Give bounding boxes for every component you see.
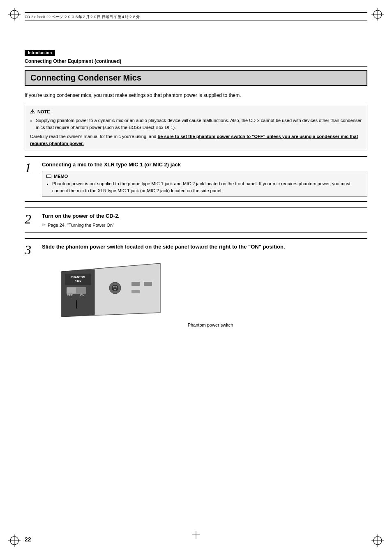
nav-subtitle: Connecting Other Equipment (continued) bbox=[25, 58, 367, 64]
step-2-number: 2 bbox=[25, 212, 36, 226]
svg-text:+48V: +48V bbox=[75, 279, 82, 282]
page-number: 22 bbox=[25, 536, 31, 543]
memo-label: MEMO bbox=[54, 174, 68, 179]
step-1-content: Connecting a mic to the XLR type MIC 1 (… bbox=[42, 161, 367, 197]
memo-box: MEMO Phantom power is not supplied to th… bbox=[42, 171, 367, 197]
header-meta: CD-2.e.book 22 ページ ２００５年２月２０日 日曜日 午後４時２８… bbox=[25, 14, 367, 21]
svg-point-24 bbox=[115, 286, 117, 288]
step-3-number: 3 bbox=[25, 243, 36, 256]
memo-body: Phantom power is not supplied to the pho… bbox=[46, 180, 363, 194]
svg-text:ON: ON bbox=[80, 294, 85, 297]
note-body: Supplying phantom power to a dynamic mic… bbox=[30, 117, 362, 147]
device-illustration: PHANTOM +48V OFF ON bbox=[53, 255, 168, 321]
svg-rect-27 bbox=[144, 282, 152, 286]
step-3-block: 3 Slide the phantom power switch located… bbox=[25, 238, 367, 327]
memo-rect-icon bbox=[46, 175, 51, 178]
svg-rect-28 bbox=[131, 290, 140, 293]
note-extra: Carefully read the owner's manual for th… bbox=[30, 133, 362, 147]
corner-mark-tl bbox=[8, 8, 21, 21]
nav-tab-area: Introduction Connecting Other Equipment … bbox=[25, 49, 367, 67]
memo-header: MEMO bbox=[46, 174, 363, 179]
nav-divider bbox=[25, 66, 367, 67]
step-3-content: Slide the phantom power switch located o… bbox=[42, 243, 367, 327]
page-ref: ☞ Page 24, "Turning the Power On" bbox=[42, 222, 367, 228]
nav-tab: Introduction bbox=[25, 50, 55, 56]
device-label: Phantom power switch bbox=[53, 322, 367, 327]
bottom-cross bbox=[192, 531, 200, 541]
svg-point-25 bbox=[114, 289, 116, 290]
page: CD-2.e.book 22 ページ ２００５年２月２０日 日曜日 午後４時２８… bbox=[0, 0, 392, 555]
svg-text:PHANTOM: PHANTOM bbox=[71, 276, 85, 279]
triangle-icon: ⚠ bbox=[30, 108, 35, 115]
section-title: Connecting Condenser Mics bbox=[30, 73, 362, 83]
section-title-box: Connecting Condenser Mics bbox=[25, 70, 367, 86]
step-1-block: 1 Connecting a mic to the XLR type MIC 1… bbox=[25, 156, 367, 202]
step-2-title: Turn on the power of the CD-2. bbox=[42, 212, 367, 220]
step-2-block: 2 Turn on the power of the CD-2. ☞ Page … bbox=[25, 207, 367, 233]
header-line-top bbox=[25, 12, 367, 13]
note-item-1: Supplying phantom power to a dynamic mic… bbox=[36, 117, 362, 131]
step-2-content: Turn on the power of the CD-2. ☞ Page 24… bbox=[42, 212, 367, 228]
corner-mark-tr bbox=[371, 8, 384, 21]
step-3-title: Slide the phantom power switch located o… bbox=[42, 243, 367, 251]
intro-text: If you're using condenser mics, you must… bbox=[25, 92, 367, 99]
device-area: PHANTOM +48V OFF ON bbox=[53, 255, 367, 327]
svg-rect-18 bbox=[67, 287, 76, 294]
page-ref-text: Page 24, "Turning the Power On" bbox=[48, 223, 114, 228]
corner-mark-bl bbox=[8, 534, 21, 547]
note-header: ⚠ NOTE bbox=[30, 108, 362, 115]
svg-text:OFF: OFF bbox=[67, 294, 73, 297]
note-box: ⚠ NOTE Supplying phantom power to a dyna… bbox=[25, 105, 367, 150]
svg-rect-26 bbox=[131, 282, 140, 286]
svg-point-23 bbox=[113, 286, 115, 288]
note-label: NOTE bbox=[37, 109, 50, 114]
step-1-title: Connecting a mic to the XLR type MIC 1 (… bbox=[42, 161, 367, 168]
note-extra-strong: be sure to set the phantom power switch … bbox=[30, 134, 358, 146]
top-header: CD-2.e.book 22 ページ ２００５年２月２０日 日曜日 午後４時２８… bbox=[25, 12, 367, 33]
corner-mark-br bbox=[371, 534, 384, 547]
step-1-number: 1 bbox=[25, 161, 36, 174]
memo-item-1: Phantom power is not supplied to the pho… bbox=[52, 180, 363, 194]
header-line-bottom bbox=[25, 21, 367, 21]
page-ref-icon: ☞ bbox=[42, 222, 46, 228]
main-content: Connecting Condenser Mics If you're usin… bbox=[25, 70, 367, 522]
